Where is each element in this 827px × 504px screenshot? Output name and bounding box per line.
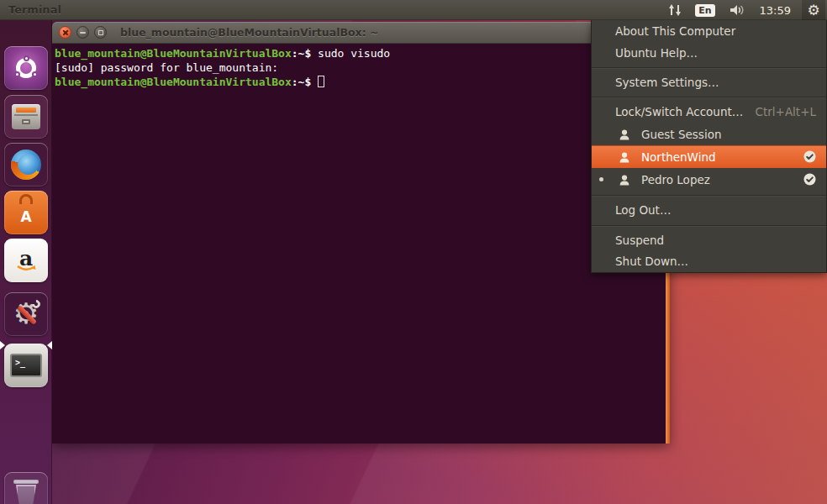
menu-item-shortcut: Ctrl+Alt+L [756,105,816,118]
launcher-item-files[interactable] [4,95,48,139]
menu-separator [592,67,826,68]
menu-separator [592,97,826,97]
user-icon [619,174,630,186]
volume-indicator[interactable] [726,0,749,20]
active-app-title: Terminal [8,3,61,16]
window-minimize-button[interactable] [76,26,89,39]
active-session-dot [599,177,603,181]
menu-item-label: Guest Session [641,128,721,141]
terminal-cursor [318,76,324,87]
system-settings-icon: ⚙ [4,292,48,336]
launcher-item-firefox[interactable] [4,143,48,186]
amazon-icon: a [4,239,48,282]
network-indicator[interactable] [666,0,684,20]
menu-item-system-settings[interactable]: System Settings… [592,71,826,92]
menu-item-user-northenwind[interactable]: NorthenWind [592,145,826,168]
checkmark-icon [803,150,816,163]
terminal-icon: >_ [10,354,42,377]
ubuntu-dash-icon [16,58,36,78]
terminal-line: [sudo] password for blue_mountain: [55,60,663,75]
window-maximize-button[interactable] [94,26,107,39]
menu-item-label: Shut Down… [615,255,688,268]
window-close-button[interactable] [59,26,71,39]
launcher-item-software-center[interactable]: A [4,191,48,234]
menu-item-user-pedro-lopez[interactable]: Pedro Lopez [592,168,826,191]
menu-item-label: Suspend [615,234,664,247]
menu-item-label: Ubuntu Help… [615,46,698,60]
terminal-titlebar[interactable]: blue_mountain@BlueMountainVirtualBox: ~ [52,22,670,44]
system-tray: En 13:59 ⚙ [666,0,825,20]
terminal-window: blue_mountain@BlueMountainVirtualBox: ~ … [52,22,670,444]
menu-separator [592,195,826,196]
menu-item-lock-switch-account[interactable]: Lock/Switch Account… Ctrl+Alt+L [592,101,826,123]
menu-item-label: System Settings… [615,76,719,89]
menu-item-about[interactable]: About This Computer [592,20,826,42]
launcher-item-trash[interactable] [4,472,48,504]
minimize-icon [80,32,86,34]
user-icon [619,151,630,163]
menu-item-label: NorthenWind [641,150,716,164]
menu-item-suspend[interactable]: Suspend [592,229,826,250]
terminal-line: blue_mountain@BlueMountainVirtualBox:~$ [55,75,663,89]
menu-item-ubuntu-help[interactable]: Ubuntu Help… [592,42,826,63]
software-center-icon: A [4,191,48,234]
trash-icon [13,480,40,504]
launcher-item-dash[interactable] [4,46,48,90]
menu-item-label: Pedro Lopez [641,173,710,186]
updown-arrows-icon [668,3,682,17]
unity-launcher: A a ⚙ >_ [0,20,52,504]
user-icon [619,129,630,140]
keyboard-layout-label: En [695,4,714,17]
checkmark-icon [803,173,816,186]
clock-indicator[interactable]: 13:59 [757,0,793,20]
command-text: sudo visudo [311,47,390,60]
files-icon [12,104,40,129]
prompt-user-host: blue_mountain@BlueMountainVirtualBox [55,76,292,88]
launcher-item-system-settings[interactable]: ⚙ [4,292,48,336]
terminal-content[interactable]: blue_mountain@BlueMountainVirtualBox:~$ … [52,44,670,444]
menu-item-label: Log Out… [615,203,671,217]
clock-label: 13:59 [760,4,791,17]
launcher-item-amazon[interactable]: a [4,239,48,282]
window-title: blue_mountain@BlueMountainVirtualBox: ~ [120,26,378,39]
terminal-line: blue_mountain@BlueMountainVirtualBox:~$ … [55,46,663,60]
menu-item-log-out[interactable]: Log Out… [592,199,826,221]
menu-item-label: About This Computer [615,24,735,38]
maximize-icon [98,30,103,35]
keyboard-layout-indicator[interactable]: En [693,0,717,20]
firefox-icon [11,150,41,180]
menu-separator [592,225,826,226]
speaker-icon [729,3,746,17]
prompt-suffix: :~$ [292,47,311,60]
session-menu-button[interactable]: ⚙ [802,0,825,20]
session-menu: About This Computer Ubuntu Help… System … [591,20,827,273]
top-panel: Terminal En 13:59 ⚙ [0,0,827,20]
menu-item-guest-session[interactable]: Guest Session [592,123,826,145]
launcher-running-indicator-arrow [0,341,5,349]
output-text: [sudo] password for blue_mountain: [55,61,278,74]
launcher-item-terminal[interactable]: >_ [4,344,48,387]
prompt-user-host: blue_mountain@BlueMountainVirtualBox [55,47,292,60]
launcher-focused-indicator-arrow [47,341,52,349]
gear-icon: ⚙ [807,3,819,18]
menu-item-shut-down[interactable]: Shut Down… [592,250,826,272]
menu-item-label: Lock/Switch Account… [615,105,743,118]
prompt-suffix: :~$ [292,76,311,88]
